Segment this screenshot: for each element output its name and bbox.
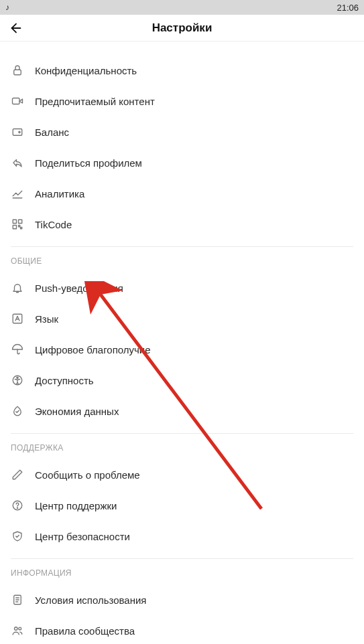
- back-arrow-icon: [9, 21, 23, 35]
- settings-item-label: Правила сообщества: [35, 625, 135, 637]
- data-saver-icon: [11, 404, 24, 418]
- section-header-info: ИНФОРМАЦИЯ: [0, 559, 364, 584]
- wallet-icon: [11, 125, 24, 139]
- settings-item-label: Экономия данных: [35, 406, 119, 417]
- settings-item-share-profile[interactable]: Поделиться профилем: [0, 147, 364, 178]
- settings-item-community-guidelines[interactable]: Правила сообщества: [0, 615, 364, 644]
- people-icon: [11, 624, 24, 637]
- settings-item-data-saver[interactable]: Экономия данных: [0, 396, 364, 426]
- settings-item-label: Центр безопасности: [35, 531, 130, 542]
- shield-icon: [11, 530, 24, 543]
- svg-rect-9: [19, 226, 20, 227]
- settings-item-label: Доступность: [35, 375, 94, 386]
- video-icon: [11, 94, 24, 108]
- settings-item-label: Поделиться профилем: [35, 157, 142, 169]
- document-icon: [11, 593, 24, 607]
- settings-item-label: Конфиденциальность: [35, 65, 137, 76]
- settings-item-analytics[interactable]: Аналитика: [0, 178, 364, 209]
- page-title: Настройки: [152, 21, 213, 35]
- accessibility-icon: [11, 374, 24, 387]
- svg-rect-11: [13, 314, 22, 323]
- language-icon: [11, 312, 24, 325]
- svg-rect-10: [21, 228, 22, 229]
- share-icon: [11, 156, 24, 169]
- settings-item-label: Сообщить о проблеме: [35, 469, 140, 481]
- settings-item-label: TikCode: [35, 219, 72, 230]
- svg-point-20: [15, 627, 18, 631]
- tiktok-status-icon: ♪: [5, 3, 9, 12]
- svg-point-21: [19, 627, 21, 630]
- settings-item-label: Предпочитаемый контент: [35, 96, 155, 107]
- settings-item-digital-wellbeing[interactable]: Цифровое благополучие: [0, 334, 364, 365]
- svg-rect-6: [13, 220, 16, 223]
- settings-item-label: Язык: [35, 313, 58, 325]
- settings-item-push-notifications[interactable]: Push-уведомления: [0, 272, 364, 303]
- settings-item-privacy[interactable]: Конфиденциальность: [0, 55, 364, 86]
- section-header-general: ОБЩИЕ: [0, 247, 364, 272]
- svg-rect-2: [13, 98, 20, 104]
- svg-point-13: [17, 377, 18, 378]
- settings-item-help-center[interactable]: Центр поддержки: [0, 490, 364, 521]
- analytics-icon: [11, 187, 24, 200]
- qrcode-icon: [11, 218, 24, 231]
- svg-point-5: [19, 131, 20, 133]
- settings-item-safety-center[interactable]: Центр безопасности: [0, 521, 364, 552]
- bell-icon: [11, 281, 24, 295]
- settings-item-balance[interactable]: Баланс: [0, 116, 364, 147]
- status-time: 21:06: [337, 3, 359, 13]
- status-bar: ♪ 21:06: [0, 0, 364, 15]
- header-bar: Настройки: [0, 15, 364, 42]
- settings-scroll-content[interactable]: Конфиденциальность Предпочитаемый контен…: [0, 42, 364, 644]
- settings-item-terms[interactable]: Условия использования: [0, 584, 364, 615]
- pencil-icon: [11, 468, 24, 481]
- settings-item-accessibility[interactable]: Доступность: [0, 365, 364, 396]
- settings-item-language[interactable]: Язык: [0, 303, 364, 334]
- settings-item-label: Цифровое благополучие: [35, 344, 151, 355]
- settings-item-label: Условия использования: [35, 594, 147, 606]
- back-button[interactable]: [8, 20, 24, 36]
- lock-icon: [11, 64, 24, 77]
- settings-item-label: Аналитика: [35, 188, 84, 199]
- svg-point-15: [17, 507, 17, 508]
- settings-item-label: Push-уведомления: [35, 283, 123, 294]
- settings-item-preferred-content[interactable]: Предпочитаемый контент: [0, 86, 364, 116]
- svg-rect-1: [14, 70, 21, 75]
- svg-rect-8: [13, 226, 16, 229]
- settings-item-label: Баланс: [35, 127, 69, 138]
- umbrella-icon: [11, 343, 24, 356]
- section-header-support: ПОДДЕРЖКА: [0, 434, 364, 459]
- svg-rect-7: [19, 220, 22, 223]
- help-icon: [11, 499, 24, 512]
- settings-item-tikcode[interactable]: TikCode: [0, 209, 364, 240]
- settings-item-report-problem[interactable]: Сообщить о проблеме: [0, 459, 364, 490]
- settings-item-label: Центр поддержки: [35, 500, 117, 511]
